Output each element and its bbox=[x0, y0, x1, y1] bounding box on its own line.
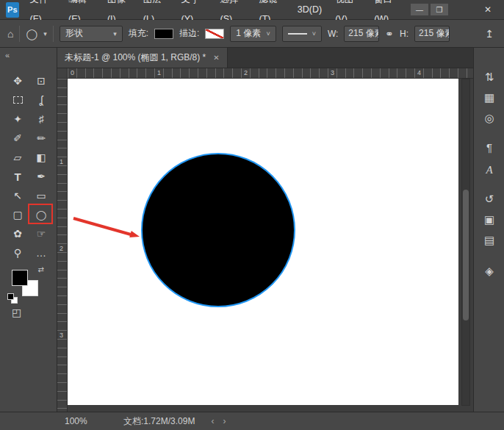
document-area: 0 1 2 3 4 1 2 3 bbox=[57, 68, 473, 412]
export-icon[interactable]: ↥ bbox=[482, 28, 497, 40]
ruler-label: 3 bbox=[60, 332, 63, 339]
document-column: 未标题-1 @ 100% (椭圆 1, RGB/8) * ✕ 0 1 2 3 4… bbox=[57, 48, 473, 412]
eyedropper-tool[interactable]: ✐ bbox=[6, 129, 29, 148]
brush-tool-icon: ✏ bbox=[37, 133, 46, 143]
gradient-tool[interactable]: ◧ bbox=[29, 148, 53, 167]
lasso-tool[interactable]: ʆ bbox=[29, 90, 53, 110]
glyphs-panel-icon[interactable]: A bbox=[474, 161, 504, 179]
scroll-left-icon[interactable]: ‹ bbox=[211, 416, 214, 426]
document-tab-bar: 未标题-1 @ 100% (椭圆 1, RGB/8) * ✕ bbox=[57, 48, 473, 68]
libraries-panel-icon[interactable]: ▣ bbox=[474, 211, 504, 229]
tool-mode-select[interactable]: 形状 ▾ bbox=[60, 26, 123, 42]
horizontal-ruler: 0 1 2 3 4 bbox=[68, 68, 473, 79]
crop-tool-icon: ♯ bbox=[39, 114, 44, 124]
pen-tool[interactable]: ✒ bbox=[29, 167, 53, 186]
vertical-scrollbar[interactable] bbox=[461, 79, 470, 406]
collapse-panel-icon[interactable]: « bbox=[5, 51, 10, 60]
shapes-panel-icon[interactable]: ◎ bbox=[474, 110, 504, 127]
restore-button[interactable]: ❐ bbox=[431, 4, 448, 15]
status-scroll-arrows: ‹ › bbox=[211, 416, 226, 426]
tool-preset-icon[interactable]: ◯ bbox=[26, 28, 37, 40]
more-tools[interactable]: … bbox=[29, 243, 53, 262]
menu-3d[interactable]: 3D(D) bbox=[291, 0, 328, 20]
move-tool-icon: ✥ bbox=[13, 76, 22, 86]
zoom-level-field[interactable]: 100% bbox=[65, 416, 107, 426]
separator bbox=[19, 26, 20, 42]
ruler-label: 2 bbox=[60, 245, 63, 252]
default-foreground-swatch bbox=[7, 293, 14, 300]
status-bar: 100% 文档:1.72M/3.09M ‹ › bbox=[0, 412, 504, 430]
chevron-down-icon[interactable]: ▾ bbox=[43, 30, 47, 37]
scrollbar-thumb[interactable] bbox=[463, 190, 469, 320]
stroke-style-select[interactable]: ˅ bbox=[282, 26, 322, 42]
ellipse-tool[interactable]: ◯ bbox=[29, 205, 53, 224]
type-tool[interactable]: T bbox=[6, 167, 29, 186]
default-colors-icon[interactable] bbox=[7, 293, 18, 304]
stroke-width-select[interactable]: 1 像素 ˅ bbox=[230, 26, 276, 42]
ruler-label: 4 bbox=[417, 69, 421, 76]
close-button[interactable]: ✕ bbox=[479, 4, 497, 15]
tools-panel: « ✥ ⊡ ʆ ✦ ♯ ✐ ✏ ▱ ◧ T ✒ ↖ ▭ ▢ ◯ ✿ ☞ ⚲ bbox=[0, 48, 57, 412]
document-tab[interactable]: 未标题-1 @ 100% (椭圆 1, RGB/8) * ✕ bbox=[57, 48, 228, 68]
rectangle-tool[interactable]: ▭ bbox=[29, 186, 53, 205]
marquee-tool-icon bbox=[13, 96, 23, 104]
object-selection-tool-icon: ✦ bbox=[13, 114, 22, 124]
paragraph-panel-icon[interactable]: ¶ bbox=[474, 139, 504, 157]
tab-close-icon[interactable]: ✕ bbox=[213, 54, 219, 62]
custom-shape-tool[interactable]: ✿ bbox=[6, 224, 29, 243]
hand-tool-icon: ☞ bbox=[37, 229, 46, 239]
menu-bar: Ps 文件(F) 编辑(E) 图像(I) 图层(L) 文字(Y) 选择(S) 滤… bbox=[0, 0, 504, 20]
fill-swatch[interactable] bbox=[154, 29, 173, 39]
brush-tool[interactable]: ✏ bbox=[29, 129, 53, 148]
width-input[interactable]: 215 像素 bbox=[344, 26, 379, 42]
object-selection-tool[interactable]: ✦ bbox=[6, 110, 29, 129]
eraser-tool[interactable]: ▱ bbox=[6, 148, 29, 167]
window-controls: — ❐ ✕ bbox=[408, 4, 500, 15]
stroke-width-value: 1 像素 bbox=[236, 27, 261, 40]
ruler-label: 2 bbox=[244, 69, 248, 76]
crop-tool[interactable]: ♯ bbox=[29, 110, 53, 129]
ruler-origin-corner[interactable] bbox=[57, 68, 68, 79]
fill-label: 填充: bbox=[129, 27, 148, 40]
chevron-down-icon: ˅ bbox=[266, 30, 270, 37]
chevron-down-icon: ▾ bbox=[113, 30, 117, 37]
marquee-tool[interactable] bbox=[6, 90, 29, 110]
adjustments-panel-icon[interactable]: ⇅ bbox=[474, 68, 504, 86]
foreground-color-swatch[interactable] bbox=[12, 270, 28, 286]
layers-panel-icon[interactable]: ◈ bbox=[474, 262, 504, 280]
photoshop-window: Ps 文件(F) 编辑(E) 图像(I) 图层(L) 文字(Y) 选择(S) 滤… bbox=[0, 0, 504, 430]
width-label: W: bbox=[328, 29, 338, 39]
minimize-button[interactable]: — bbox=[411, 4, 428, 15]
color-swatches: ⇄ bbox=[10, 268, 44, 301]
hand-tool[interactable]: ☞ bbox=[29, 224, 53, 243]
path-selection-tool[interactable]: ↖ bbox=[6, 186, 29, 205]
scroll-right-icon[interactable]: › bbox=[223, 416, 226, 426]
separator bbox=[53, 26, 54, 42]
height-input[interactable]: 215 像素 bbox=[414, 26, 450, 42]
ellipse-tool-icon: ◯ bbox=[36, 210, 47, 220]
canvas[interactable] bbox=[68, 79, 458, 405]
home-icon[interactable]: ⌂ bbox=[7, 28, 13, 40]
rounded-rectangle-tool-icon: ▢ bbox=[12, 209, 22, 220]
zoom-tool-icon: ⚲ bbox=[14, 248, 21, 258]
move-tool[interactable]: ✥ bbox=[6, 71, 29, 90]
history-panel-icon[interactable]: ↺ bbox=[474, 190, 504, 208]
quick-mask-icon[interactable]: ◰ bbox=[12, 307, 21, 318]
ruler-label: 1 bbox=[157, 69, 161, 76]
patterns-panel-icon[interactable]: ▦ bbox=[474, 89, 504, 107]
width-value: 215 像素 bbox=[348, 27, 379, 40]
pen-tool-icon: ✒ bbox=[37, 171, 46, 182]
photoshop-logo: Ps bbox=[6, 2, 19, 18]
gradient-tool-icon: ◧ bbox=[36, 152, 46, 162]
zoom-tool[interactable]: ⚲ bbox=[6, 243, 29, 262]
ellipsis-icon: … bbox=[36, 248, 46, 258]
artboard-tool[interactable]: ⊡ bbox=[29, 71, 53, 90]
swap-colors-icon[interactable]: ⇄ bbox=[38, 265, 44, 273]
options-bar: ⌂ ◯ ▾ 形状 ▾ 填充: 描边: 1 像素 ˅ ˅ W: 215 像素 ⚭ … bbox=[0, 20, 504, 48]
rounded-rectangle-tool[interactable]: ▢ bbox=[6, 205, 29, 224]
artboard-tool-icon: ⊡ bbox=[37, 76, 46, 86]
rectangle-tool-icon: ▭ bbox=[36, 190, 46, 201]
stroke-swatch[interactable] bbox=[205, 29, 224, 39]
link-dimensions-icon[interactable]: ⚭ bbox=[385, 28, 394, 40]
properties-panel-icon[interactable]: ▤ bbox=[474, 232, 504, 249]
